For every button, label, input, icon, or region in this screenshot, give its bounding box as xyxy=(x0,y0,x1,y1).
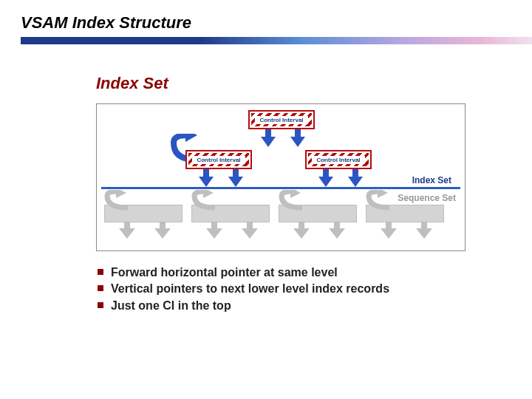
gray-arrow-down-icon xyxy=(242,228,258,239)
ci-label: Control Interval xyxy=(192,156,245,164)
ci-label: Control Interval xyxy=(312,156,364,164)
gray-arrow-down-icon xyxy=(329,228,345,239)
gray-arrow-down-icon xyxy=(206,228,222,239)
arrow-down-icon xyxy=(228,177,243,187)
svg-marker-3 xyxy=(290,190,301,198)
gray-curve-icon xyxy=(360,190,397,211)
svg-marker-0 xyxy=(185,134,197,142)
bullet-item: Just one CI in the top xyxy=(98,298,466,314)
svg-marker-1 xyxy=(116,190,126,198)
arrow-down-icon xyxy=(199,177,214,187)
bullet-item: Vertical pointers to next lower level in… xyxy=(98,281,466,297)
ci-label: Control Interval xyxy=(255,116,307,124)
section-title: Index Set xyxy=(96,74,466,93)
arrow-down-icon xyxy=(318,177,333,187)
gray-arrow-down-icon xyxy=(119,228,135,239)
control-interval-left: Control Interval xyxy=(185,150,252,169)
index-set-label: Index Set xyxy=(412,175,451,185)
arrow-down-icon xyxy=(348,177,363,187)
arrow-down-icon xyxy=(261,137,276,147)
gray-curve-icon xyxy=(98,190,135,211)
gray-curve-icon xyxy=(273,190,310,211)
gray-arrow-down-icon xyxy=(416,228,432,239)
bullet-item: Forward horizontal pointer at same level xyxy=(98,265,466,281)
control-interval-top: Control Interval xyxy=(248,110,315,129)
bullet-list: Forward horizontal pointer at same level… xyxy=(96,265,466,314)
arrow-down-icon xyxy=(290,137,305,147)
control-interval-right: Control Interval xyxy=(305,150,372,169)
gray-arrow-down-icon xyxy=(293,228,310,239)
svg-marker-2 xyxy=(203,190,214,198)
page-title: VSAM Index Structure xyxy=(21,13,532,33)
title-bar: VSAM Index Structure xyxy=(0,0,532,44)
sequence-set-label: Sequence Set xyxy=(398,193,456,203)
gray-curve-icon xyxy=(185,190,222,211)
svg-marker-4 xyxy=(378,190,388,198)
divider-line xyxy=(101,187,460,189)
gray-arrow-down-icon xyxy=(154,228,171,239)
content-area: Index Set Control Interval Control Inter… xyxy=(0,44,532,314)
diagram-frame: Control Interval Control Interval Contro… xyxy=(96,103,466,251)
gray-arrow-down-icon xyxy=(381,228,397,239)
title-underline xyxy=(21,37,532,44)
